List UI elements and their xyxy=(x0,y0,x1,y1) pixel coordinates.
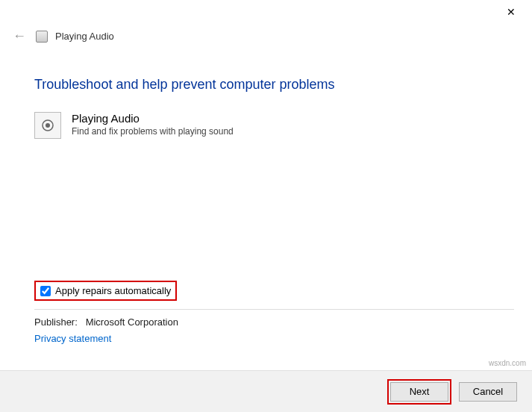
apply-repairs-label: Apply repairs automatically xyxy=(55,285,171,296)
next-button-highlight: Next xyxy=(387,379,451,405)
cancel-button[interactable]: Cancel xyxy=(459,382,517,402)
apply-repairs-checkbox[interactable] xyxy=(40,286,51,296)
header: ← Playing Audio xyxy=(0,24,532,56)
troubleshooter-item: Playing Audio Find and fix problems with… xyxy=(34,112,498,139)
page-heading: Troubleshoot and help prevent computer p… xyxy=(34,77,498,93)
svg-point-1 xyxy=(46,123,50,128)
troubleshooter-icon xyxy=(36,31,48,43)
apply-repairs-checkbox-row[interactable]: Apply repairs automatically xyxy=(34,281,177,301)
publisher-row: Publisher: Microsoft Corporation xyxy=(34,316,178,328)
item-description: Find and fix problems with playing sound xyxy=(72,126,234,137)
back-arrow-icon: ← xyxy=(10,28,28,44)
content-area: Troubleshoot and help prevent computer p… xyxy=(0,77,532,139)
divider xyxy=(34,309,514,310)
speaker-svg xyxy=(40,118,55,133)
publisher-label: Publisher: xyxy=(34,316,78,328)
close-button[interactable]: ✕ xyxy=(496,1,526,22)
footer: Next Cancel xyxy=(0,370,532,412)
speaker-icon xyxy=(34,112,61,139)
close-icon: ✕ xyxy=(507,6,516,18)
next-button[interactable]: Next xyxy=(390,382,448,402)
item-title: Playing Audio xyxy=(72,112,234,125)
publisher-value: Microsoft Corporation xyxy=(86,316,178,328)
privacy-statement-link[interactable]: Privacy statement xyxy=(34,333,111,344)
watermark: wsxdn.com xyxy=(489,359,526,367)
header-title: Playing Audio xyxy=(55,31,114,42)
titlebar: ✕ xyxy=(0,0,532,24)
